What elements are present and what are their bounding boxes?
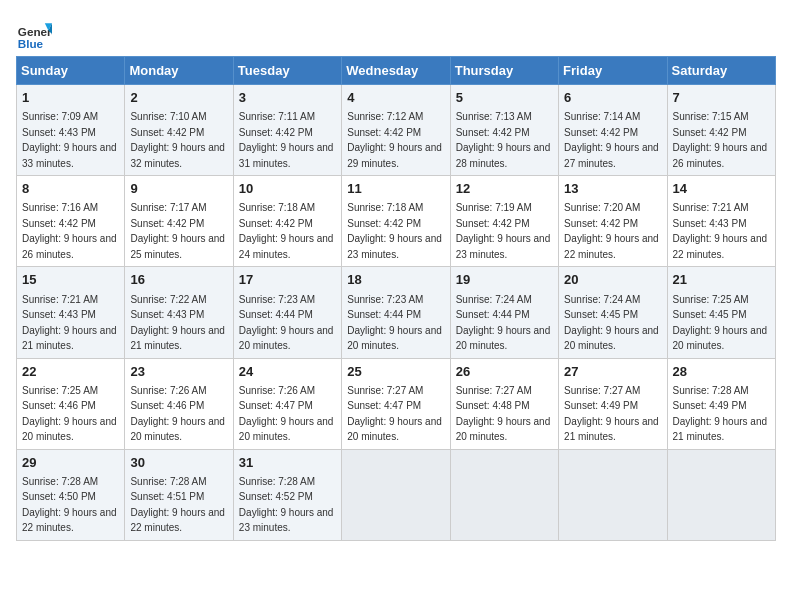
day-number: 22 <box>22 363 119 381</box>
day-info: Sunrise: 7:27 AMSunset: 4:47 PMDaylight:… <box>347 385 442 443</box>
calendar-cell: 9Sunrise: 7:17 AMSunset: 4:42 PMDaylight… <box>125 176 233 267</box>
day-info: Sunrise: 7:21 AMSunset: 4:43 PMDaylight:… <box>673 202 768 260</box>
calendar-cell: 31Sunrise: 7:28 AMSunset: 4:52 PMDayligh… <box>233 449 341 540</box>
day-info: Sunrise: 7:28 AMSunset: 4:52 PMDaylight:… <box>239 476 334 534</box>
day-info: Sunrise: 7:18 AMSunset: 4:42 PMDaylight:… <box>239 202 334 260</box>
day-info: Sunrise: 7:14 AMSunset: 4:42 PMDaylight:… <box>564 111 659 169</box>
day-info: Sunrise: 7:11 AMSunset: 4:42 PMDaylight:… <box>239 111 334 169</box>
calendar-cell: 13Sunrise: 7:20 AMSunset: 4:42 PMDayligh… <box>559 176 667 267</box>
calendar-cell: 18Sunrise: 7:23 AMSunset: 4:44 PMDayligh… <box>342 267 450 358</box>
calendar-cell: 29Sunrise: 7:28 AMSunset: 4:50 PMDayligh… <box>17 449 125 540</box>
day-number: 7 <box>673 89 770 107</box>
calendar-cell: 2Sunrise: 7:10 AMSunset: 4:42 PMDaylight… <box>125 85 233 176</box>
calendar-cell: 19Sunrise: 7:24 AMSunset: 4:44 PMDayligh… <box>450 267 558 358</box>
weekday-header-thursday: Thursday <box>450 57 558 85</box>
day-number: 9 <box>130 180 227 198</box>
day-number: 29 <box>22 454 119 472</box>
page-header: General Blue <box>16 16 776 52</box>
day-info: Sunrise: 7:28 AMSunset: 4:50 PMDaylight:… <box>22 476 117 534</box>
day-info: Sunrise: 7:23 AMSunset: 4:44 PMDaylight:… <box>239 294 334 352</box>
calendar-cell: 24Sunrise: 7:26 AMSunset: 4:47 PMDayligh… <box>233 358 341 449</box>
weekday-header-tuesday: Tuesday <box>233 57 341 85</box>
day-number: 1 <box>22 89 119 107</box>
day-number: 25 <box>347 363 444 381</box>
weekday-header-wednesday: Wednesday <box>342 57 450 85</box>
day-info: Sunrise: 7:24 AMSunset: 4:45 PMDaylight:… <box>564 294 659 352</box>
day-number: 4 <box>347 89 444 107</box>
day-number: 28 <box>673 363 770 381</box>
weekday-header-friday: Friday <box>559 57 667 85</box>
day-number: 6 <box>564 89 661 107</box>
calendar-cell: 8Sunrise: 7:16 AMSunset: 4:42 PMDaylight… <box>17 176 125 267</box>
day-number: 24 <box>239 363 336 381</box>
day-number: 21 <box>673 271 770 289</box>
day-number: 5 <box>456 89 553 107</box>
day-number: 16 <box>130 271 227 289</box>
day-number: 8 <box>22 180 119 198</box>
calendar-cell: 7Sunrise: 7:15 AMSunset: 4:42 PMDaylight… <box>667 85 775 176</box>
day-info: Sunrise: 7:25 AMSunset: 4:45 PMDaylight:… <box>673 294 768 352</box>
day-info: Sunrise: 7:25 AMSunset: 4:46 PMDaylight:… <box>22 385 117 443</box>
calendar-cell: 23Sunrise: 7:26 AMSunset: 4:46 PMDayligh… <box>125 358 233 449</box>
day-number: 30 <box>130 454 227 472</box>
calendar-cell: 15Sunrise: 7:21 AMSunset: 4:43 PMDayligh… <box>17 267 125 358</box>
weekday-header-saturday: Saturday <box>667 57 775 85</box>
calendar-cell <box>450 449 558 540</box>
day-number: 20 <box>564 271 661 289</box>
day-number: 27 <box>564 363 661 381</box>
day-info: Sunrise: 7:28 AMSunset: 4:51 PMDaylight:… <box>130 476 225 534</box>
calendar-cell: 3Sunrise: 7:11 AMSunset: 4:42 PMDaylight… <box>233 85 341 176</box>
day-info: Sunrise: 7:15 AMSunset: 4:42 PMDaylight:… <box>673 111 768 169</box>
calendar-cell: 11Sunrise: 7:18 AMSunset: 4:42 PMDayligh… <box>342 176 450 267</box>
day-number: 19 <box>456 271 553 289</box>
calendar-cell: 14Sunrise: 7:21 AMSunset: 4:43 PMDayligh… <box>667 176 775 267</box>
calendar-cell: 28Sunrise: 7:28 AMSunset: 4:49 PMDayligh… <box>667 358 775 449</box>
weekday-header-monday: Monday <box>125 57 233 85</box>
calendar-cell: 4Sunrise: 7:12 AMSunset: 4:42 PMDaylight… <box>342 85 450 176</box>
calendar-cell: 20Sunrise: 7:24 AMSunset: 4:45 PMDayligh… <box>559 267 667 358</box>
day-number: 31 <box>239 454 336 472</box>
day-number: 2 <box>130 89 227 107</box>
day-number: 14 <box>673 180 770 198</box>
calendar-cell: 12Sunrise: 7:19 AMSunset: 4:42 PMDayligh… <box>450 176 558 267</box>
day-number: 15 <box>22 271 119 289</box>
day-info: Sunrise: 7:21 AMSunset: 4:43 PMDaylight:… <box>22 294 117 352</box>
weekday-header-sunday: Sunday <box>17 57 125 85</box>
calendar-cell <box>342 449 450 540</box>
day-info: Sunrise: 7:20 AMSunset: 4:42 PMDaylight:… <box>564 202 659 260</box>
logo-icon: General Blue <box>16 16 52 52</box>
day-number: 12 <box>456 180 553 198</box>
day-number: 18 <box>347 271 444 289</box>
svg-text:Blue: Blue <box>18 37 44 50</box>
calendar-table: SundayMondayTuesdayWednesdayThursdayFrid… <box>16 56 776 541</box>
calendar-cell: 21Sunrise: 7:25 AMSunset: 4:45 PMDayligh… <box>667 267 775 358</box>
calendar-cell: 10Sunrise: 7:18 AMSunset: 4:42 PMDayligh… <box>233 176 341 267</box>
day-number: 3 <box>239 89 336 107</box>
calendar-cell: 30Sunrise: 7:28 AMSunset: 4:51 PMDayligh… <box>125 449 233 540</box>
day-number: 11 <box>347 180 444 198</box>
day-info: Sunrise: 7:23 AMSunset: 4:44 PMDaylight:… <box>347 294 442 352</box>
day-number: 23 <box>130 363 227 381</box>
day-info: Sunrise: 7:26 AMSunset: 4:46 PMDaylight:… <box>130 385 225 443</box>
day-info: Sunrise: 7:16 AMSunset: 4:42 PMDaylight:… <box>22 202 117 260</box>
calendar-cell: 22Sunrise: 7:25 AMSunset: 4:46 PMDayligh… <box>17 358 125 449</box>
day-info: Sunrise: 7:13 AMSunset: 4:42 PMDaylight:… <box>456 111 551 169</box>
calendar-cell: 25Sunrise: 7:27 AMSunset: 4:47 PMDayligh… <box>342 358 450 449</box>
day-info: Sunrise: 7:19 AMSunset: 4:42 PMDaylight:… <box>456 202 551 260</box>
calendar-cell: 1Sunrise: 7:09 AMSunset: 4:43 PMDaylight… <box>17 85 125 176</box>
day-info: Sunrise: 7:10 AMSunset: 4:42 PMDaylight:… <box>130 111 225 169</box>
calendar-cell <box>667 449 775 540</box>
day-info: Sunrise: 7:18 AMSunset: 4:42 PMDaylight:… <box>347 202 442 260</box>
logo: General Blue <box>16 16 52 52</box>
calendar-cell: 5Sunrise: 7:13 AMSunset: 4:42 PMDaylight… <box>450 85 558 176</box>
day-number: 10 <box>239 180 336 198</box>
calendar-cell: 26Sunrise: 7:27 AMSunset: 4:48 PMDayligh… <box>450 358 558 449</box>
calendar-cell: 17Sunrise: 7:23 AMSunset: 4:44 PMDayligh… <box>233 267 341 358</box>
day-info: Sunrise: 7:17 AMSunset: 4:42 PMDaylight:… <box>130 202 225 260</box>
day-number: 17 <box>239 271 336 289</box>
day-info: Sunrise: 7:22 AMSunset: 4:43 PMDaylight:… <box>130 294 225 352</box>
day-info: Sunrise: 7:12 AMSunset: 4:42 PMDaylight:… <box>347 111 442 169</box>
calendar-cell: 6Sunrise: 7:14 AMSunset: 4:42 PMDaylight… <box>559 85 667 176</box>
day-info: Sunrise: 7:26 AMSunset: 4:47 PMDaylight:… <box>239 385 334 443</box>
day-info: Sunrise: 7:24 AMSunset: 4:44 PMDaylight:… <box>456 294 551 352</box>
